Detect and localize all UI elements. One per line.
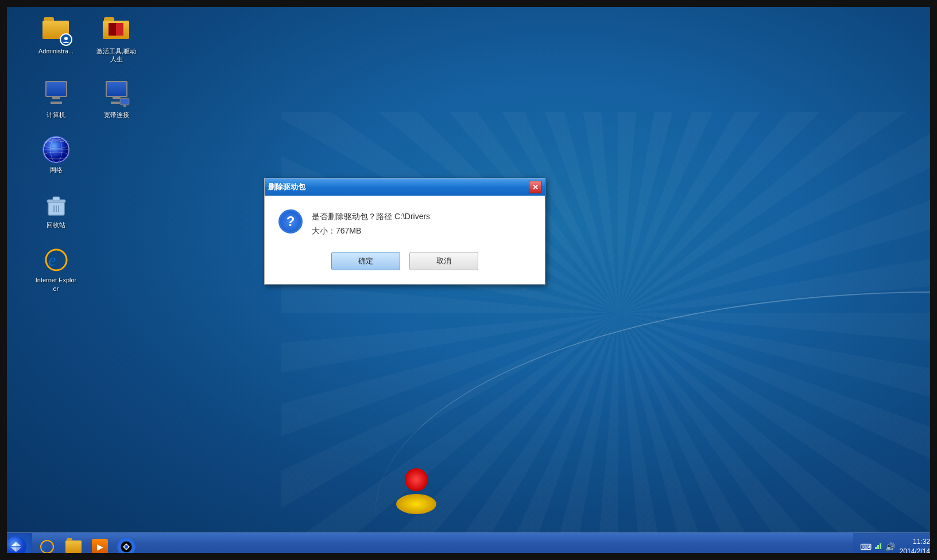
desktop-decoration xyxy=(375,291,937,515)
icon-row-3: 回收站 xyxy=(34,191,138,229)
svg-rect-21 xyxy=(880,543,881,549)
dialog-message-area: ? 是否删除驱动包？路径 C:\Drivers 大小：767MB xyxy=(278,209,531,238)
start-orb xyxy=(6,536,26,557)
keyboard-tray-icon[interactable]: ⌨ xyxy=(860,542,872,551)
taskbar-app-button[interactable] xyxy=(114,534,139,559)
svg-rect-20 xyxy=(877,545,879,549)
globe-decoration xyxy=(393,480,439,514)
clock-time: 11:32 xyxy=(900,537,930,547)
desktop-icon-driver-tools[interactable]: 激活工具,驱动人生 xyxy=(95,17,138,64)
driver-tools-icon-label: 激活工具,驱动人生 xyxy=(95,47,138,64)
broadband-icon-label: 宽带连接 xyxy=(104,111,129,119)
dialog-buttons: 确定 取消 xyxy=(278,252,531,275)
network-tray-icon[interactable] xyxy=(874,541,883,552)
desktop-icon-ie[interactable]: e Internet Explorer xyxy=(34,246,78,293)
dialog-close-button[interactable]: ✕ xyxy=(529,181,541,193)
desktop: Administra... 激活工具,驱动人生 xyxy=(0,0,937,560)
desktop-icons: Administra... 激活工具,驱动人生 xyxy=(34,17,138,293)
computer-icon-label: 计算机 xyxy=(47,111,65,119)
question-icon: ? xyxy=(278,209,303,234)
clock-date: 2014/2/14 xyxy=(900,547,930,557)
dialog-titlebar: 删除驱动包 ✕ xyxy=(265,178,545,196)
dialog-message-line1: 是否删除驱动包？路径 C:\Drivers xyxy=(312,209,430,224)
taskbar-pinned-apps: e ▶ xyxy=(32,534,853,559)
desktop-icon-computer[interactable]: 计算机 xyxy=(34,81,78,119)
svg-text:e: e xyxy=(41,540,47,553)
svg-point-18 xyxy=(125,545,128,549)
desktop-icon-network[interactable]: 网络 xyxy=(34,136,78,174)
icon-row-4: e Internet Explorer xyxy=(34,246,138,293)
svg-rect-12 xyxy=(53,197,60,201)
svg-rect-3 xyxy=(123,105,126,107)
media-play-icon: ▶ xyxy=(92,539,108,555)
icon-row-0: Administra... 激活工具,驱动人生 xyxy=(34,17,138,64)
icon-row-1: 计算机 宽带连接 xyxy=(34,81,138,119)
administrator-icon-label: Administra... xyxy=(38,47,73,55)
system-tray: ⌨ 🔊 11:32 2014/2/14 xyxy=(853,533,937,561)
dialog-content: ? 是否删除驱动包？路径 C:\Drivers 大小：767MB 确定 取消 xyxy=(265,196,545,284)
tray-icons: ⌨ 🔊 xyxy=(860,541,895,552)
dialog-message-line2: 大小：767MB xyxy=(312,224,430,238)
svg-rect-19 xyxy=(875,547,877,549)
icon-row-2: 网络 xyxy=(34,136,138,174)
taskbar: e ▶ xyxy=(0,532,937,560)
driver-app-icon xyxy=(117,538,135,556)
start-button[interactable] xyxy=(0,533,32,561)
svg-rect-2 xyxy=(121,99,129,104)
system-clock[interactable]: 11:32 2014/2/14 xyxy=(900,537,930,557)
desktop-icon-administrator[interactable]: Administra... xyxy=(34,17,78,64)
desktop-icon-broadband[interactable]: 宽带连接 xyxy=(95,81,138,119)
desktop-icon-recycle[interactable]: 回收站 xyxy=(34,191,78,229)
taskbar-media-button[interactable]: ▶ xyxy=(87,534,113,559)
taskbar-folder-button[interactable] xyxy=(61,534,86,559)
svg-text:e: e xyxy=(48,250,56,269)
dialog-delete-driver: 删除驱动包 ✕ ? 是否删除驱动包？路径 C:\Drivers 大小：767MB… xyxy=(264,178,545,285)
dialog-cancel-button[interactable]: 取消 xyxy=(409,252,478,270)
network-icon-label: 网络 xyxy=(50,166,63,174)
dialog-confirm-button[interactable]: 确定 xyxy=(331,252,400,270)
recycle-icon-label: 回收站 xyxy=(47,221,65,229)
taskbar-ie-button[interactable]: e xyxy=(34,534,60,559)
ie-icon-label: Internet Explorer xyxy=(34,276,78,293)
dialog-message: 是否删除驱动包？路径 C:\Drivers 大小：767MB xyxy=(312,209,430,238)
sound-tray-icon[interactable]: 🔊 xyxy=(885,542,895,551)
svg-point-0 xyxy=(64,37,68,40)
dialog-title: 删除驱动包 xyxy=(268,182,305,192)
